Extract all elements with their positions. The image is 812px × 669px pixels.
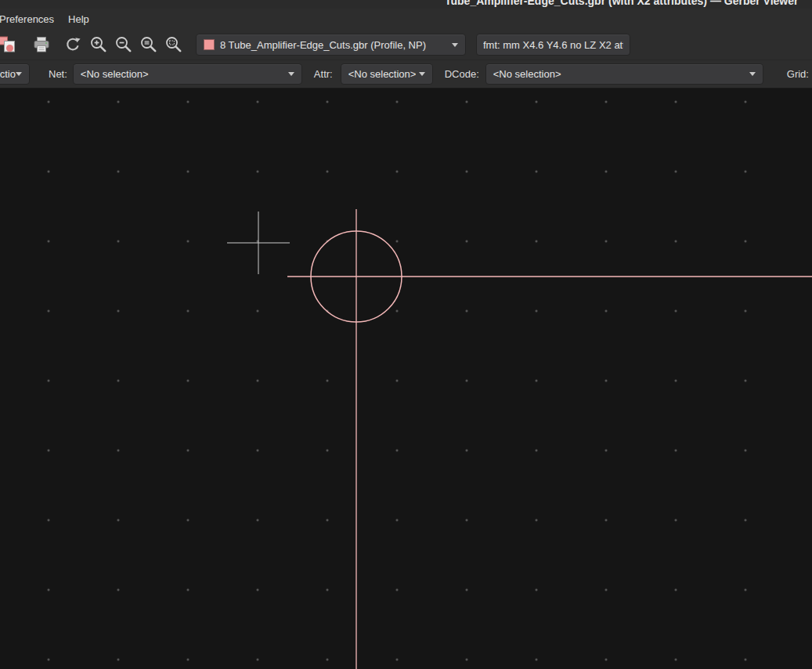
refresh-icon: [63, 35, 82, 54]
chevron-down-icon: [419, 72, 425, 76]
zoom-in-icon: [89, 35, 108, 54]
zoom-selection-button[interactable]: [164, 34, 184, 55]
window-title: Tube_Amplifier-Edge_Cuts.gbr (with X2 at…: [445, 0, 798, 7]
component-filter-dropdown[interactable]: <No selection>: [0, 63, 30, 85]
net-filter-value: <No selection>: [81, 68, 149, 80]
menu-preferences[interactable]: Preferences: [0, 10, 61, 28]
chevron-down-icon: [288, 72, 294, 76]
zoom-selection-icon: [164, 35, 183, 54]
zoom-in-button[interactable]: [88, 34, 109, 55]
print-icon: [32, 35, 51, 54]
attr-filter-dropdown[interactable]: <No selection>: [341, 63, 433, 85]
chevron-down-icon: [16, 72, 22, 76]
layer-color-swatch: [204, 39, 215, 50]
gerber-drawing: [0, 89, 812, 669]
layer-select-value: 8 Tube_Amplifier-Edge_Cuts.gbr (Profile,…: [220, 39, 426, 51]
component-filter-value: <No selection>: [0, 68, 16, 80]
chevron-down-icon: [452, 43, 458, 47]
filter-toolbar: <No selection> Net: <No selection> Attr:…: [0, 60, 812, 89]
print-button[interactable]: [31, 34, 52, 55]
format-info-field[interactable]: fmt: mm X4.6 Y4.6 no LZ X2 attr: [476, 34, 630, 56]
zoom-out-icon: [114, 35, 133, 54]
main-toolbar: 8 Tube_Amplifier-Edge_Cuts.gbr (Profile,…: [0, 30, 812, 60]
dcode-filter-dropdown[interactable]: <No selection>: [485, 63, 763, 85]
chevron-down-icon: [749, 72, 756, 76]
zoom-out-button[interactable]: [114, 34, 134, 55]
zoom-fit-icon: [139, 35, 158, 54]
zoom-fit-button[interactable]: [139, 34, 159, 55]
menu-help[interactable]: Help: [61, 10, 96, 28]
net-filter-dropdown[interactable]: <No selection>: [73, 63, 302, 85]
dcode-filter-value: <No selection>: [493, 68, 561, 80]
net-filter-label: Net:: [49, 68, 67, 80]
title-bar: Tube_Amplifier-Edge_Cuts.gbr (with X2 at…: [0, 0, 812, 9]
dcode-filter-label: DCode:: [445, 68, 479, 80]
clear-all-layers-button[interactable]: [0, 34, 18, 55]
layer-select-dropdown[interactable]: 8 Tube_Amplifier-Edge_Cuts.gbr (Profile,…: [196, 34, 466, 56]
grid-label: Grid:: [787, 68, 809, 80]
gerbview-window: Tube_Amplifier-Edge_Cuts.gbr (with X2 at…: [0, 0, 812, 669]
gerber-canvas[interactable]: [0, 89, 812, 669]
attr-filter-value: <No selection>: [348, 68, 417, 80]
refresh-view-button[interactable]: [63, 34, 83, 55]
attr-filter-label: Attr:: [314, 68, 333, 80]
clear-all-layers-icon: [0, 35, 17, 54]
format-info-text: fmt: mm X4.6 Y4.6 no LZ X2 attr: [483, 39, 623, 51]
menu-bar: Preferences Help: [0, 9, 812, 30]
